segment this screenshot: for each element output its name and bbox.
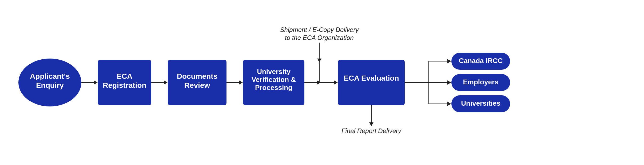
- svg-text:Verification &: Verification &: [252, 76, 296, 84]
- svg-rect-28: [338, 60, 405, 105]
- svg-text:Canada IRCC: Canada IRCC: [459, 57, 503, 65]
- process-diagram: Applicant's Enquiry ECA Registration Doc…: [15, 8, 629, 157]
- svg-text:ECA Evaluation: ECA Evaluation: [344, 74, 399, 82]
- svg-text:Registration: Registration: [103, 81, 146, 89]
- svg-text:to the ECA Organization: to the ECA Organization: [285, 34, 354, 41]
- svg-marker-9: [164, 80, 168, 85]
- svg-marker-4: [94, 80, 98, 85]
- svg-text:Final Report Delivery: Final Report Delivery: [341, 127, 402, 134]
- svg-text:Employers: Employers: [463, 78, 499, 86]
- svg-marker-33: [447, 59, 451, 63]
- svg-text:University: University: [257, 68, 291, 76]
- svg-text:Review: Review: [184, 81, 210, 89]
- svg-text:Processing: Processing: [255, 84, 292, 92]
- svg-text:ECA: ECA: [117, 72, 132, 80]
- svg-text:Applicant's: Applicant's: [30, 72, 70, 80]
- svg-marker-35: [447, 80, 451, 85]
- svg-marker-27: [334, 80, 338, 85]
- svg-text:Universities: Universities: [461, 99, 500, 107]
- svg-marker-14: [239, 80, 243, 85]
- svg-text:Enquiry: Enquiry: [36, 81, 64, 89]
- svg-text:Documents: Documents: [177, 72, 217, 80]
- svg-marker-22: [317, 59, 321, 62]
- svg-marker-45: [369, 122, 373, 126]
- svg-marker-37: [447, 102, 451, 106]
- svg-text:Shipment / E-Copy Delivery: Shipment / E-Copy Delivery: [280, 26, 359, 33]
